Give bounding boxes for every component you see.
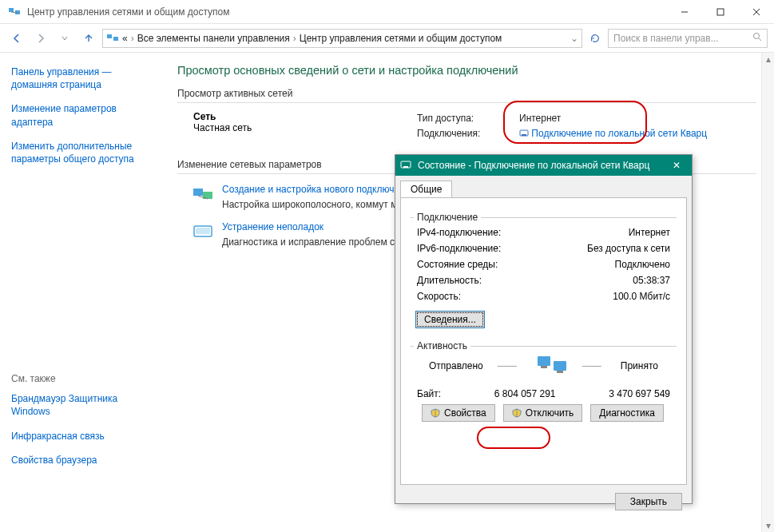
svg-rect-12 [193, 189, 203, 196]
group-activity: Активность [414, 340, 470, 351]
properties-button-label: Свойства [444, 407, 486, 419]
svg-rect-6 [107, 34, 112, 38]
minimize-button[interactable] [666, 0, 702, 24]
svg-rect-7 [113, 37, 118, 41]
breadcrumb-root[interactable]: « [122, 33, 128, 44]
breadcrumb-item[interactable]: Все элементы панели управления [137, 33, 290, 44]
label-access-type: Тип доступа: [417, 111, 497, 126]
svg-rect-0 [9, 8, 14, 12]
details-button[interactable]: Сведения... [415, 311, 485, 328]
dialog-titlebar[interactable]: Состояние - Подключение по локальной сет… [395, 155, 692, 176]
explorer-navbar: « › Все элементы панели управления › Цен… [0, 24, 774, 53]
label-speed: Скорость: [417, 291, 461, 302]
sidebar-link-adapter-settings[interactable]: Изменение параметров адаптера [11, 102, 157, 128]
network-center-icon [106, 32, 119, 45]
window-titlebar: Центр управления сетями и общим доступом [0, 0, 774, 24]
value-ipv6: Без доступа к сети [587, 243, 670, 254]
diagnose-button[interactable]: Диагностика [590, 404, 664, 422]
value-duration: 05:38:37 [633, 275, 670, 286]
back-button[interactable] [6, 28, 27, 49]
ethernet-icon [400, 160, 411, 171]
label-connections: Подключения: [417, 126, 497, 141]
page-heading: Просмотр основных сведений о сети и наст… [177, 64, 756, 77]
close-button[interactable] [738, 0, 774, 24]
label-duration: Длительность: [417, 275, 482, 286]
status-dialog: Состояние - Подключение по локальной сет… [395, 154, 693, 504]
chevron-right-icon: › [131, 33, 134, 44]
refresh-button[interactable] [585, 29, 605, 48]
dialog-close-button[interactable]: ✕ [666, 160, 687, 171]
svg-point-8 [754, 34, 760, 39]
shield-icon [431, 408, 440, 418]
search-placeholder: Поиск в панели управ... [613, 33, 719, 44]
svg-rect-17 [403, 166, 408, 168]
svg-rect-15 [196, 228, 210, 234]
chevron-right-icon: › [293, 33, 296, 44]
network-type: Частная сеть [193, 122, 417, 133]
network-name: Сеть [193, 111, 216, 122]
connection-link[interactable]: Подключение по локальной сети Кварц [531, 128, 707, 139]
group-connection: Подключение [414, 212, 481, 223]
disable-button-label: Отключить [526, 407, 574, 419]
troubleshoot-icon [192, 221, 214, 244]
window-title: Центр управления сетями и общим доступом [27, 6, 666, 18]
vertical-scrollbar[interactable]: ▴ ▾ [761, 53, 774, 532]
svg-rect-3 [717, 9, 724, 15]
sidebar-link-firewall[interactable]: Брандмауэр Защитника Windows [11, 392, 157, 418]
sidebar-link-advanced-sharing[interactable]: Изменить дополнительные параметры общего… [11, 140, 157, 165]
svg-line-9 [759, 38, 761, 41]
address-bar[interactable]: « › Все элементы панели управления › Цен… [102, 29, 582, 48]
tab-general[interactable]: Общие [400, 181, 452, 197]
value-bytes-recv: 3 470 697 549 [609, 388, 670, 399]
up-button[interactable] [78, 28, 99, 49]
recent-dropdown[interactable] [54, 28, 75, 49]
svg-rect-20 [541, 366, 547, 368]
search-box[interactable]: Поиск в панели управ... [608, 29, 768, 48]
disable-button[interactable]: Отключить [503, 404, 583, 422]
ethernet-icon [519, 129, 529, 138]
scroll-up-icon[interactable]: ▴ [762, 53, 774, 66]
dialog-title: Состояние - Подключение по локальной сет… [418, 160, 649, 171]
search-icon [752, 32, 762, 44]
value-speed: 100.0 Мбит/с [613, 291, 670, 302]
sidebar: Панель управления — домашняя страница Из… [0, 53, 168, 532]
group-active-networks: Просмотр активных сетей [177, 88, 756, 99]
label-bytes: Байт: [417, 388, 441, 399]
close-dialog-button[interactable]: Закрыть [615, 493, 682, 510]
forward-button[interactable] [30, 28, 51, 49]
value-access-type: Интернет [519, 111, 561, 126]
value-bytes-sent: 6 804 057 291 [494, 388, 556, 399]
properties-button[interactable]: Свойства [422, 404, 495, 422]
value-ipv4: Интернет [629, 227, 670, 238]
sidebar-link-home[interactable]: Панель управления — домашняя страница [11, 66, 157, 91]
value-media-state: Подключено [615, 259, 670, 270]
label-sent: Отправлено [429, 360, 483, 371]
scroll-down-icon[interactable]: ▾ [762, 519, 774, 532]
shield-icon [512, 408, 522, 418]
label-media-state: Состояние среды: [417, 259, 498, 270]
label-ipv6: IPv6-подключение: [417, 243, 501, 254]
svg-rect-18 [538, 356, 550, 366]
label-received: Принято [621, 360, 658, 371]
svg-rect-11 [522, 134, 526, 136]
label-ipv4: IPv4-подключение: [417, 227, 501, 238]
address-dropdown-icon[interactable]: ⌄ [570, 33, 578, 44]
svg-rect-19 [554, 361, 566, 371]
network-center-icon [8, 6, 21, 18]
breadcrumb-item[interactable]: Центр управления сетями и общим доступом [300, 33, 502, 44]
new-connection-icon [192, 184, 214, 206]
computers-icon [536, 353, 568, 379]
svg-rect-21 [557, 371, 563, 373]
maximize-button[interactable] [702, 0, 738, 24]
see-also-heading: См. также [11, 373, 157, 384]
sidebar-link-internet-options[interactable]: Свойства браузера [11, 454, 157, 466]
sidebar-link-irda[interactable]: Инфракрасная связь [11, 430, 157, 443]
